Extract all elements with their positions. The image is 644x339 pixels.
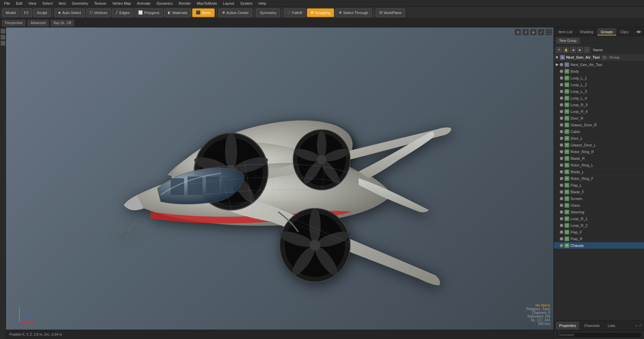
items-button[interactable]: ⬛ Items [192,8,215,17]
menu-maxtomodo[interactable]: MaxToModo [194,0,220,7]
select-through-button[interactable]: ⊗ Select Through [335,8,372,17]
visibility-toggle[interactable] [560,117,563,120]
tree-item[interactable]: MLoop_L_2 [554,81,644,88]
panel-tab-arrow[interactable]: ◀▶ [635,29,643,34]
visibility-toggle[interactable] [560,96,563,100]
menu-view[interactable]: View [26,0,39,7]
visibility-toggle[interactable] [560,224,563,227]
tree-item[interactable]: MBlade_R [554,155,644,162]
visibility-toggle[interactable] [560,197,563,200]
menu-item[interactable]: Item [56,0,68,7]
viewport-fullscreen-button[interactable]: ⛶ [545,29,552,36]
snapping-button[interactable]: ⊞ Snapping [307,8,334,17]
visibility-toggle[interactable] [560,170,563,174]
mode-model-button[interactable]: Model [2,8,19,17]
visibility-toggle[interactable] [560,150,563,153]
menu-file[interactable]: File [1,0,13,7]
visibility-toggle[interactable] [560,237,563,241]
tree-item[interactable]: MLoop_L_4 [554,95,644,101]
visibility-toggle[interactable] [560,143,563,147]
visibility-toggle[interactable] [560,83,563,86]
visibility-toggle[interactable] [560,76,563,80]
tree-item[interactable]: MLoop_R_3 [554,101,644,108]
tree-item[interactable]: MLoop_R_1 [554,215,644,222]
visibility-toggle[interactable] [560,130,563,133]
visibility-toggle[interactable] [560,204,563,207]
menu-help[interactable]: Help [256,0,269,7]
tree-item[interactable]: MRotor_Ring_L [554,162,644,168]
advanced-button[interactable]: Advanced [28,20,48,26]
menu-vertex-map[interactable]: Vertex Map [110,0,134,7]
viewport-zoom-button[interactable]: ⊕ [530,29,537,36]
add-tab-button[interactable]: + [636,324,638,328]
menu-animate[interactable]: Animate [134,0,153,7]
sidebar-icon-1[interactable] [1,29,5,33]
tree-item[interactable]: MChassis [554,242,644,249]
falloff-button[interactable]: ◌ Falloff [284,8,306,17]
new-group-button[interactable]: New Group [556,38,580,44]
visibility-toggle[interactable] [560,163,563,167]
tree-item[interactable]: MBlade_F [554,189,644,195]
tree-item[interactable]: MGlass [554,202,644,209]
visibility-toggle[interactable] [560,210,563,214]
edges-button[interactable]: ╱ Edges [112,8,133,17]
tab-channels[interactable]: Channels [581,322,603,330]
menu-edit[interactable]: Edit [13,0,25,7]
tree-item[interactable]: MDoor_R [554,115,644,122]
tree-item[interactable]: MGlaass_Door_L [554,142,644,148]
visibility-toggle[interactable] [560,244,563,247]
tree-item[interactable]: MBlade_L [554,168,644,175]
panel-lock-button[interactable]: 🔒 [563,47,569,53]
materials-button[interactable]: ◐ Materials [164,8,191,17]
ray-gl-button[interactable]: Ray GL: Off [51,20,74,26]
action-center-button[interactable]: ⊕ Action Center [218,8,253,17]
command-input[interactable] [556,332,642,338]
menu-system[interactable]: System [237,0,255,7]
visibility-toggle[interactable] [560,63,563,66]
tab-item-list[interactable]: Item List [555,28,576,36]
menu-render[interactable]: Render [176,0,194,7]
tree-root-group[interactable]: ▼ G Next_Gen_Air_Taxi (2) : Group [554,54,644,61]
3d-viewport[interactable]: ⚙ ↺ ⊕ ⤢ ⛶ No Items Polygons : Face Chann… [6,27,553,339]
tree-item[interactable]: MFlap_R [554,235,644,242]
panel-forward-button[interactable]: ▶ [577,47,583,53]
tree-item[interactable]: MGlaass_Door_R [554,122,644,128]
tree-item[interactable]: MLoop_L_1 [554,75,644,81]
visibility-toggle[interactable] [560,137,563,140]
tree-item[interactable]: MLoop_L_3 [554,88,644,95]
tree-item[interactable]: MRotor_Ring_R [554,148,644,155]
tree-item[interactable]: MBody [554,68,644,75]
menu-dynamics[interactable]: Dynamics [154,0,175,7]
visibility-toggle[interactable] [560,123,563,127]
symmetry-button[interactable]: Symmetry [256,8,280,17]
tree-item[interactable]: MLoop_R_4 [554,108,644,115]
tab-properties[interactable]: Properties [556,322,579,330]
vertices-button[interactable]: ⬡ Vertices [86,8,111,17]
tree-item[interactable]: MFlap_F [554,229,644,235]
menu-layout[interactable]: Layout [220,0,237,7]
visibility-toggle[interactable] [560,230,563,234]
polygons-button[interactable]: ⬜ Polygons [135,8,163,17]
workplane-button[interactable]: ⊟ WorkPlane [376,8,406,17]
visibility-toggle[interactable] [560,90,563,93]
tree-item[interactable]: MRotor_Ring_F [554,175,644,182]
viewport-expand-button[interactable]: ⤢ [538,29,544,36]
visibility-toggle[interactable] [560,190,563,194]
visibility-toggle[interactable] [560,177,563,180]
tree-item[interactable]: MFlap_L [554,182,644,189]
menu-geometry[interactable]: Geometry [69,0,91,7]
tree-item[interactable]: ▶ GNext_Gen_Air_Taxi [554,61,644,68]
menu-select[interactable]: Select [40,0,55,7]
tree-item[interactable]: MSteering [554,209,644,215]
tab-lists[interactable]: Lists [604,322,619,330]
visibility-toggle[interactable] [560,184,563,187]
panel-back-button[interactable]: ◀ [570,47,576,53]
panel-eye-button[interactable]: 👁 [556,47,562,53]
visibility-toggle[interactable] [560,157,563,160]
sidebar-icon-2[interactable] [1,35,5,40]
tree-item[interactable]: MDoor_L [554,135,644,142]
panel-expand-button[interactable]: ⤢ [584,47,590,53]
sidebar-icon-3[interactable] [1,41,5,46]
tree-item[interactable]: MLoop_R_2 [554,222,644,229]
panel-resize-button[interactable]: ⤢ [639,323,642,328]
